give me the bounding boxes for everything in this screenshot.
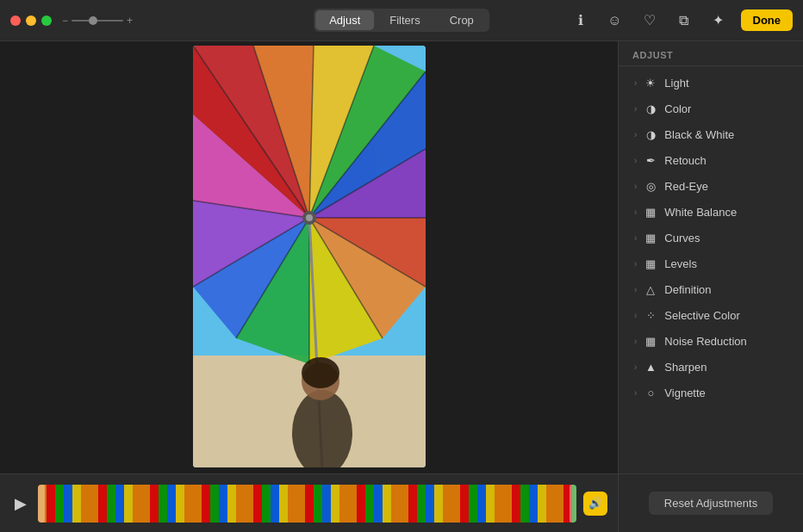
red-eye-icon: ◎	[644, 179, 657, 193]
sidebar-item-noise-reduction[interactable]: › ▦ Noise Reduction	[622, 328, 800, 354]
chevron-icon: ›	[634, 130, 637, 139]
slider-track[interactable]	[72, 20, 123, 22]
toolbar-right: ℹ ☺ ♡ ⧉ ✦ Done	[569, 9, 794, 33]
filmstrip-bar: ▶ 🔊	[0, 473, 618, 532]
sharpen-label: Sharpen	[664, 361, 707, 374]
zoom-slider[interactable]: − +	[62, 15, 133, 27]
sidebar-item-curves[interactable]: › ▦ Curves	[622, 225, 800, 251]
reset-bar: Reset Adjustments	[619, 473, 803, 532]
sidebar-item-selective-color[interactable]: › ⁘ Selective Color	[622, 302, 800, 328]
definition-icon: △	[644, 282, 657, 296]
noise-reduction-label: Noise Reduction	[664, 335, 746, 348]
zoom-minus-icon[interactable]: −	[62, 15, 68, 27]
chevron-icon: ›	[634, 233, 637, 243]
emoji-button[interactable]: ☺	[603, 9, 627, 33]
chevron-icon: ›	[634, 78, 637, 88]
retouch-label: Retouch	[664, 154, 706, 167]
maximize-button[interactable]	[41, 15, 52, 26]
tab-adjust[interactable]: Adjust	[315, 10, 374, 30]
sidebar-item-definition[interactable]: › △ Definition	[622, 276, 800, 302]
levels-label: Levels	[664, 257, 697, 270]
photo-area	[0, 41, 618, 532]
traffic-lights	[0, 15, 52, 26]
chevron-icon: ›	[634, 259, 637, 269]
curves-label: Curves	[664, 232, 700, 244]
info-button[interactable]: ℹ	[569, 9, 593, 33]
duplicate-button[interactable]: ⧉	[672, 9, 696, 33]
white-balance-label: White Balance	[664, 206, 737, 219]
slider-thumb[interactable]	[89, 16, 97, 25]
filmstrip-left-handle[interactable]	[38, 485, 45, 523]
umbrella-svg	[193, 46, 426, 467]
titlebar: − + Adjust Filters Crop ℹ ☺ ♡ ⧉ ✦ Done	[0, 0, 803, 41]
selective-color-icon: ⁘	[644, 308, 657, 322]
heart-button[interactable]: ♡	[638, 9, 662, 33]
sidebar-item-retouch[interactable]: › ✒ Retouch	[622, 147, 800, 173]
black-white-icon: ◑	[644, 127, 657, 141]
definition-label: Definition	[664, 283, 711, 296]
chevron-icon: ›	[634, 337, 637, 346]
sidebar-item-light[interactable]: › ☀ Light	[622, 70, 800, 96]
chevron-icon: ›	[634, 182, 637, 191]
filmstrip-frames	[38, 485, 576, 523]
color-icon: ◑	[644, 102, 657, 115]
chevron-icon: ›	[634, 362, 637, 372]
noise-reduction-icon: ▦	[644, 334, 657, 348]
chevron-icon: ›	[634, 207, 637, 217]
play-icon: ▶	[15, 494, 27, 513]
photo-image	[193, 46, 426, 467]
sidebar-title: ADJUST	[619, 41, 803, 66]
volume-icon: 🔊	[588, 497, 602, 510]
color-label: Color	[664, 102, 691, 115]
svg-point-17	[306, 214, 313, 221]
tab-group: Adjust Filters Crop	[314, 9, 489, 32]
photo-frame	[193, 46, 426, 467]
minimize-button[interactable]	[26, 15, 36, 26]
white-balance-icon: ▦	[644, 205, 657, 219]
chevron-icon: ›	[634, 388, 637, 398]
red-eye-label: Red-Eye	[664, 180, 708, 193]
vignette-icon: ○	[644, 386, 657, 399]
duplicate-icon: ⧉	[679, 13, 688, 28]
retouch-icon: ✒	[644, 153, 657, 167]
selective-color-label: Selective Color	[664, 309, 739, 322]
chevron-icon: ›	[634, 156, 637, 165]
heart-icon: ♡	[644, 12, 656, 28]
done-button[interactable]: Done	[741, 9, 794, 31]
close-button[interactable]	[10, 15, 21, 26]
light-label: Light	[664, 77, 688, 90]
sharpen-icon: ▲	[644, 360, 657, 374]
volume-button[interactable]: 🔊	[583, 492, 607, 516]
emoji-icon: ☺	[607, 13, 621, 28]
curves-icon: ▦	[644, 231, 657, 244]
svg-point-20	[302, 357, 339, 388]
sidebar-item-white-balance[interactable]: › ▦ White Balance	[622, 199, 800, 225]
info-icon: ℹ	[578, 12, 583, 28]
sidebar-item-red-eye[interactable]: › ◎ Red-Eye	[622, 173, 800, 199]
light-icon: ☀	[644, 76, 657, 90]
chevron-icon: ›	[634, 104, 637, 114]
sidebar-item-black-white[interactable]: › ◑ Black & White	[622, 121, 800, 147]
vignette-label: Vignette	[664, 387, 705, 399]
reset-adjustments-button[interactable]: Reset Adjustments	[649, 492, 773, 515]
zoom-plus-icon[interactable]: +	[127, 15, 133, 27]
sidebar-item-levels[interactable]: › ▦ Levels	[622, 251, 800, 276]
sidebar-item-vignette[interactable]: › ○ Vignette	[622, 380, 800, 405]
filmstrip-right-handle[interactable]	[570, 485, 576, 523]
adjust-list: › ☀ Light › ◑ Color › ◑ Black & White › …	[619, 66, 803, 473]
filmstrip	[38, 485, 576, 523]
play-button[interactable]: ▶	[10, 493, 31, 514]
sidebar: ADJUST › ☀ Light › ◑ Color › ◑ Black & W…	[618, 41, 803, 532]
magic-button[interactable]: ✦	[707, 9, 731, 33]
tab-crop[interactable]: Crop	[436, 10, 488, 30]
levels-icon: ▦	[644, 257, 657, 270]
main-content: ADJUST › ☀ Light › ◑ Color › ◑ Black & W…	[0, 41, 803, 532]
sidebar-item-color[interactable]: › ◑ Color	[622, 96, 800, 121]
magic-icon: ✦	[713, 12, 724, 28]
chevron-icon: ›	[634, 311, 637, 320]
tab-filters[interactable]: Filters	[376, 10, 433, 30]
chevron-icon: ›	[634, 285, 637, 294]
sidebar-item-sharpen[interactable]: › ▲ Sharpen	[622, 354, 800, 380]
black-white-label: Black & White	[664, 128, 734, 141]
